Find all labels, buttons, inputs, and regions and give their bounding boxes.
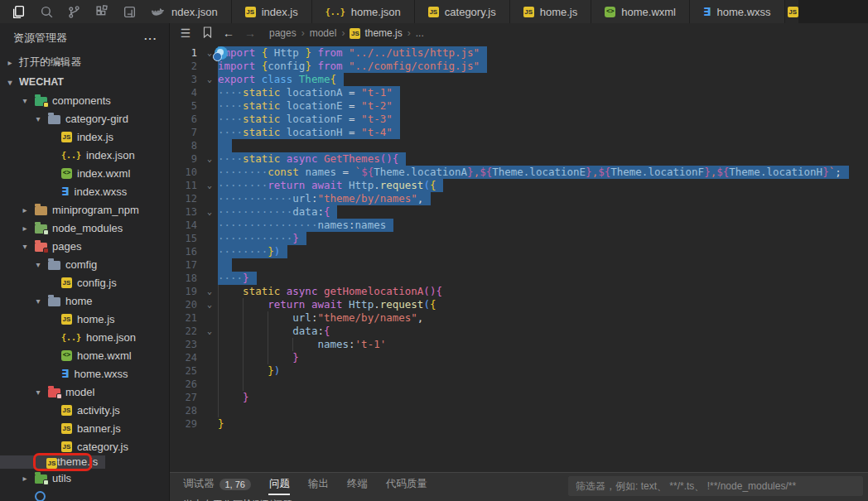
code-line-content[interactable]: data:{ [218,325,868,338]
panel-tab-problems[interactable]: 问题 [269,477,290,491]
tree-item-home.wxss[interactable]: ∃home.wxss [0,364,169,383]
code-line-content[interactable]: import { Http } from "../../utils/http.j… [218,46,868,60]
tree-item-category-gird[interactable]: ▾category-gird [0,109,169,128]
tree-item-home.wxml[interactable]: <>home.wxml [0,346,169,364]
chevron-down-icon[interactable]: ▾ [20,96,30,105]
fold-chevron-icon[interactable]: ⌄ [201,179,218,192]
fold-chevron-icon[interactable]: ⌄ [201,325,218,338]
breadcrumb-item-pages[interactable]: pages [269,27,297,39]
search-icon[interactable] [35,1,60,22]
code-line-content[interactable]: ····static locationF = "t-3" [218,113,868,126]
panel-tab-output[interactable]: 输出 [308,477,329,491]
tree-item-node_modules[interactable]: ▸node_modules [0,219,169,237]
code-line-content[interactable]: }) [218,364,868,378]
code-line-content[interactable]: return await Http.request({ [218,298,868,311]
panel-tab-debugger[interactable]: 调试器1, 76 [183,477,251,491]
code-line-content[interactable] [218,139,868,152]
tree-item-theme.js[interactable]: JStheme.js [0,455,105,469]
code-line-content[interactable]: ····} [218,272,868,285]
code-line-content[interactable]: ····static locationE = "t-2" [218,99,868,113]
code-line-content[interactable]: ····static locationA = "t-1" [218,86,868,99]
chevron-down-icon[interactable]: ▾ [33,388,43,397]
code-line-content[interactable]: ········const names = `${Theme.locationA… [218,166,868,179]
tree-item-index.json[interactable]: {..}index.json [0,146,169,164]
fold-chevron-icon[interactable]: ⌄ [201,298,218,311]
code-line-content[interactable]: ············data:{ [218,205,868,219]
breadcrumb-item-model[interactable]: model [310,27,337,39]
bookmark-icon[interactable] [198,26,216,41]
back-arrow-icon[interactable]: ← [219,26,238,40]
tree-item-home[interactable]: ▾home [0,291,169,310]
editor-tab[interactable]: JSindex.js [232,0,311,23]
code-line-content[interactable] [218,258,868,272]
source-control-icon[interactable] [62,1,87,22]
tree-item-category.js[interactable]: JScategory.js [0,437,169,455]
code-line-content[interactable]: import {config} from "../comfig/config.j… [218,60,868,73]
tree-item-home.json[interactable]: {..}home.json [0,328,169,346]
code-line-content[interactable]: ············url:"theme/by/names", [218,192,868,205]
code-line-content[interactable] [218,378,868,391]
workspace-section[interactable]: ▾ WECHAT [0,73,169,91]
chevron-right-icon[interactable]: ▸ [20,224,30,233]
tree-item-home.js[interactable]: JShome.js [0,310,169,328]
code-line-content[interactable]: ················names:names [218,219,868,232]
tree-item-banner.js[interactable]: JSbanner.js [0,419,169,437]
code-line-content[interactable]: } [218,391,868,404]
tree-item-index.wxml[interactable]: <>index.wxml [0,164,169,182]
open-editors-section[interactable]: ▸ 打开的编辑器 [0,52,169,73]
tree-item-index.wxss[interactable]: ∃index.wxss [0,182,169,200]
editor-tab[interactable]: ndex.json [170,0,231,23]
quick-action-icon[interactable] [215,46,228,60]
editor-tab[interactable]: {..}home.json [312,0,414,23]
fold-chevron-icon[interactable]: ⌄ [201,73,218,86]
code-line-content[interactable]: ····static async GetThemes(){ [218,152,868,166]
chevron-down-icon[interactable]: ▾ [20,242,30,251]
fold-chevron-icon[interactable]: ⌄ [201,205,218,219]
files-icon[interactable] [7,1,31,22]
docker-icon[interactable] [146,1,171,22]
code-line-content[interactable]: export class Theme{ [218,73,868,86]
more-actions-icon[interactable]: ··· [144,32,157,45]
code-line-content[interactable]: url:"theme/by/names", [218,311,868,325]
code-line-content[interactable] [218,404,868,417]
chevron-down-icon[interactable]: ▾ [33,296,43,306]
tree-item-index.js[interactable]: JSindex.js [0,128,169,146]
forward-arrow-icon[interactable]: → [241,26,259,40]
code-line-content[interactable]: names:'t-1' [218,338,868,351]
simulator-icon[interactable] [118,1,142,22]
panel-tab-terminal[interactable]: 终端 [347,477,368,491]
tree-item-miniprogram_npm[interactable]: ▸miniprogram_npm [0,200,169,219]
extensions-icon[interactable] [90,1,115,22]
editor-tab[interactable]: ∃home.wxss [690,0,784,23]
problems-filter-input[interactable] [568,476,863,496]
tree-item-config.js[interactable]: JSconfig.js [0,273,169,291]
outline-menu-icon[interactable]: ☰ [176,26,195,40]
fold-chevron-icon[interactable]: ⌄ [201,152,218,166]
code-line-content[interactable]: } [218,417,868,431]
tree-item-utils[interactable]: ▸utils [0,469,169,487]
tree-item-pages[interactable]: ▾pages [0,237,169,255]
code-line-content[interactable]: static async getHomelocationA(){ [218,285,868,298]
code-line-content[interactable]: ········}) [218,245,868,258]
tree-item-partial[interactable] [0,487,169,501]
code-editor[interactable]: 1⌄import { Http } from "../../utils/http… [170,43,868,472]
tree-item-components[interactable]: ▾components [0,91,169,109]
chevron-down-icon[interactable]: ▾ [33,114,43,123]
code-line-content[interactable]: } [218,351,868,364]
breadcrumb-item-...[interactable]: ... [416,27,424,39]
tree-item-activity.js[interactable]: JSactivity.js [0,401,169,419]
chevron-right-icon[interactable]: ▸ [20,205,30,214]
editor-tab[interactable]: JScategory.js [415,0,509,23]
editor-tab[interactable]: <>home.wxml [591,0,689,23]
code-line-content[interactable]: ········return await Http.request({ [218,179,868,192]
chevron-down-icon[interactable]: ▾ [33,260,43,269]
chevron-right-icon[interactable]: ▸ [20,474,30,483]
breadcrumb-item-theme.js[interactable]: JStheme.js [350,27,402,39]
editor-tab[interactable]: JShome.js [510,0,591,23]
code-line-content[interactable]: ············} [218,232,868,245]
editor-tab[interactable]: JS [785,0,798,23]
code-line-content[interactable]: ····static locationH = "t-4" [218,126,868,139]
tree-item-comfig[interactable]: ▾comfig [0,255,169,273]
panel-tab-code-quality[interactable]: 代码质量 [386,477,427,491]
tree-item-model[interactable]: ▾model [0,383,169,401]
